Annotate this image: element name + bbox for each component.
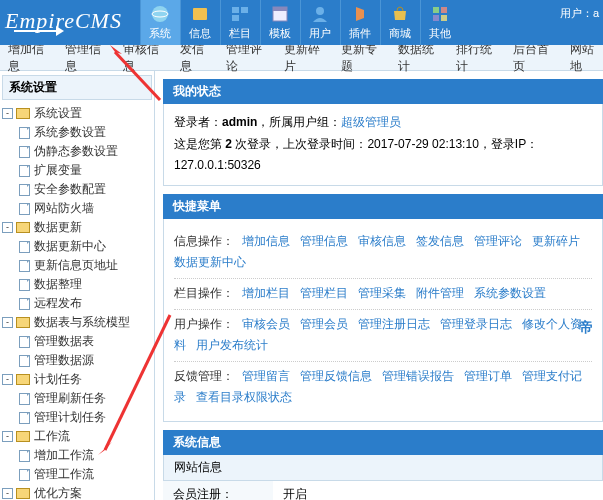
quick-link[interactable]: 审核信息 — [358, 234, 406, 248]
svg-rect-11 — [433, 15, 439, 21]
collapse-icon[interactable]: - — [2, 108, 13, 119]
login-ip: 127.0.0.1:50326 — [174, 158, 261, 172]
nav-shop[interactable]: 商城 — [380, 0, 420, 45]
tree-item[interactable]: 远程发布 — [2, 294, 152, 313]
count-mid: 次登录，上次登录时间： — [232, 137, 367, 151]
quick-link[interactable]: 更新碎片 — [532, 234, 580, 248]
file-icon — [19, 260, 30, 272]
folder-icon — [16, 108, 30, 119]
tree-group[interactable]: -系统设置 — [2, 104, 152, 123]
quick-link[interactable]: 管理登录日志 — [440, 317, 512, 331]
sidebar-title: 系统设置 — [2, 75, 152, 100]
tree-group[interactable]: -数据更新 — [2, 218, 152, 237]
quick-link[interactable]: 管理反馈信息 — [300, 369, 372, 383]
column-icon — [230, 4, 250, 24]
last-time: 2017-07-29 02:13:10 — [367, 137, 478, 151]
collapse-icon[interactable]: - — [2, 488, 13, 499]
item-label: 安全参数配置 — [34, 181, 106, 198]
system-icon — [150, 4, 170, 24]
nav-column[interactable]: 栏目 — [220, 0, 260, 45]
subnav-item[interactable]: 数据统计 — [398, 41, 441, 75]
quick-link[interactable]: 数据更新中心 — [174, 255, 246, 269]
tree-item[interactable]: 系统参数设置 — [2, 123, 152, 142]
tree-item[interactable]: 数据整理 — [2, 275, 152, 294]
nav-system[interactable]: 系统 — [140, 0, 180, 45]
collapse-icon[interactable]: - — [2, 317, 13, 328]
subnav-item[interactable]: 审核信息 — [123, 41, 166, 75]
group-label: 数据更新 — [34, 219, 82, 236]
quick-link[interactable]: 管理会员 — [300, 317, 348, 331]
tree-item[interactable]: 管理刷新任务 — [2, 389, 152, 408]
subnav-item[interactable]: 更新碎片 — [284, 41, 327, 75]
tree-group[interactable]: -优化方案 — [2, 484, 152, 500]
quick-panel: 快捷菜单 信息操作：增加信息管理信息审核信息签发信息管理评论更新碎片数据更新中心… — [163, 194, 603, 422]
quick-link[interactable]: 管理留言 — [242, 369, 290, 383]
file-icon — [19, 146, 30, 158]
quick-link[interactable]: 管理评论 — [474, 234, 522, 248]
tree-item[interactable]: 数据更新中心 — [2, 237, 152, 256]
file-icon — [19, 241, 30, 253]
quick-link[interactable]: 增加信息 — [242, 234, 290, 248]
nav-other[interactable]: 其他 — [420, 0, 460, 45]
tree-item[interactable]: 更新信息页地址 — [2, 256, 152, 275]
group-name[interactable]: 超级管理员 — [341, 115, 401, 129]
item-label: 管理计划任务 — [34, 409, 106, 426]
quick-link[interactable]: 管理采集 — [358, 286, 406, 300]
svg-rect-12 — [441, 15, 447, 21]
login-user: admin — [222, 115, 257, 129]
tree-item[interactable]: 增加工作流 — [2, 446, 152, 465]
collapse-icon[interactable]: - — [2, 374, 13, 385]
quick-link[interactable]: 管理栏目 — [300, 286, 348, 300]
collapse-icon[interactable]: - — [2, 222, 13, 233]
empire-link[interactable]: 帝 — [579, 319, 593, 337]
collapse-icon[interactable]: - — [2, 431, 13, 442]
nav-user[interactable]: 用户 — [300, 0, 340, 45]
content-area: 我的状态 登录者：admin，所属用户组：超级管理员 这是您第 2 次登录，上次… — [155, 71, 603, 500]
quick-link[interactable]: 管理错误报告 — [382, 369, 454, 383]
tree-item[interactable]: 伪静态参数设置 — [2, 142, 152, 161]
quick-link[interactable]: 系统参数设置 — [474, 286, 546, 300]
subnav-item[interactable]: 发信息 — [180, 41, 213, 75]
quick-link[interactable]: 签发信息 — [416, 234, 464, 248]
quick-label: 反馈管理： — [174, 369, 234, 383]
nav-info[interactable]: 信息 — [180, 0, 220, 45]
quick-link[interactable]: 管理注册日志 — [358, 317, 430, 331]
folder-icon — [16, 488, 30, 499]
tree-group[interactable]: -工作流 — [2, 427, 152, 446]
top-nav: 系统信息栏目模板用户插件商城其他 — [140, 0, 460, 45]
quick-link[interactable]: 管理订单 — [464, 369, 512, 383]
group-label: 数据表与系统模型 — [34, 314, 130, 331]
subnav-item[interactable]: 管理评论 — [226, 41, 269, 75]
item-label: 增加工作流 — [34, 447, 94, 464]
nav-template[interactable]: 模板 — [260, 0, 300, 45]
tree-item[interactable]: 管理数据源 — [2, 351, 152, 370]
nav-label: 栏目 — [229, 26, 251, 41]
tree-group[interactable]: -计划任务 — [2, 370, 152, 389]
subnav-item[interactable]: 网站地 — [570, 41, 603, 75]
tree-group[interactable]: -数据表与系统模型 — [2, 313, 152, 332]
table-row: 会员注册：开启 — [163, 481, 603, 500]
nav-plugin[interactable]: 插件 — [340, 0, 380, 45]
tree-item[interactable]: 管理工作流 — [2, 465, 152, 484]
item-label: 更新信息页地址 — [34, 257, 118, 274]
quick-link[interactable]: 查看目录权限状态 — [196, 390, 292, 404]
subnav-item[interactable]: 排行统计 — [456, 41, 499, 75]
tree-item[interactable]: 扩展变量 — [2, 161, 152, 180]
quick-link[interactable]: 审核会员 — [242, 317, 290, 331]
quick-link[interactable]: 增加栏目 — [242, 286, 290, 300]
quick-link[interactable]: 管理信息 — [300, 234, 348, 248]
tree-item[interactable]: 网站防火墙 — [2, 199, 152, 218]
file-icon — [19, 184, 30, 196]
tree-item[interactable]: 管理计划任务 — [2, 408, 152, 427]
quick-link[interactable]: 用户发布统计 — [196, 338, 268, 352]
subnav-item[interactable]: 管理信息 — [65, 41, 108, 75]
quick-link[interactable]: 附件管理 — [416, 286, 464, 300]
tree-item[interactable]: 管理数据表 — [2, 332, 152, 351]
tree-item[interactable]: 安全参数配置 — [2, 180, 152, 199]
subnav-item[interactable]: 后台首页 — [513, 41, 556, 75]
subnav-item[interactable]: 更新专题 — [341, 41, 384, 75]
group-label: 工作流 — [34, 428, 70, 445]
item-label: 远程发布 — [34, 295, 82, 312]
file-icon — [19, 127, 30, 139]
subnav-item[interactable]: 增加信息 — [8, 41, 51, 75]
